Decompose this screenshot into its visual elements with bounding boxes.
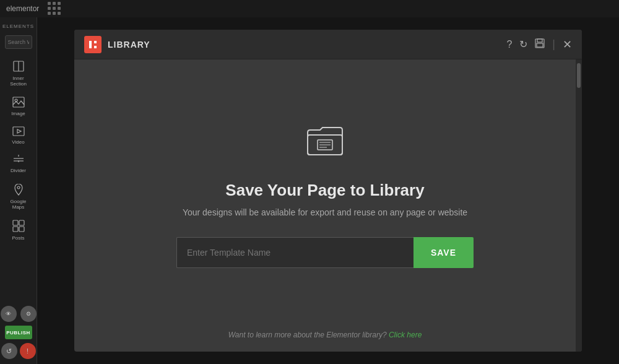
divider-label: Divider — [11, 168, 26, 173]
settings-button[interactable]: ⚙ — [20, 306, 37, 322]
library-modal: LIBRARY ? ↻ | ✕ — [74, 30, 582, 352]
modal-header: LIBRARY ? ↻ | ✕ — [74, 30, 582, 59]
inner-section-icon — [12, 60, 25, 74]
svg-rect-19 — [537, 39, 542, 42]
modal-title: LIBRARY — [108, 40, 506, 50]
image-label: Image — [11, 111, 25, 116]
modal-subheading: Your designs will be available for expor… — [183, 207, 467, 217]
svg-point-10 — [17, 186, 20, 189]
publish-button[interactable]: PUBLISH — [5, 326, 32, 339]
save-button[interactable]: SAVE — [413, 237, 474, 268]
input-row: SAVE — [176, 237, 474, 268]
save-icon[interactable] — [535, 38, 545, 51]
svg-rect-20 — [537, 43, 543, 47]
refresh-icon[interactable]: ↻ — [519, 38, 527, 50]
divider-icon — [12, 155, 25, 167]
sidebar-item-video[interactable]: Video — [2, 123, 35, 149]
elements-label: ELEMENTS — [2, 24, 34, 29]
preview-button[interactable]: 👁 — [1, 306, 17, 322]
sidebar-item-google-maps[interactable]: Google Maps — [2, 180, 35, 214]
modal-body: Save Your Page to Library Your designs w… — [74, 59, 576, 352]
sidebar: ELEMENTS Inner Section Image — [0, 17, 37, 364]
svg-rect-4 — [13, 127, 24, 136]
svg-marker-5 — [17, 129, 21, 133]
close-icon[interactable]: ✕ — [563, 38, 572, 51]
svg-rect-11 — [13, 220, 18, 225]
svg-rect-16 — [94, 41, 97, 43]
library-icon — [303, 119, 347, 166]
undo-button[interactable]: ↺ — [1, 343, 17, 359]
svg-rect-17 — [94, 46, 97, 48]
posts-label: Posts — [12, 235, 24, 241]
template-name-input[interactable] — [176, 237, 413, 268]
svg-rect-13 — [13, 227, 18, 232]
modal-scrollbar[interactable] — [576, 59, 582, 352]
sidebar-item-inner-section[interactable]: Inner Section — [2, 56, 35, 90]
google-maps-icon — [13, 183, 24, 197]
footer-link[interactable]: Click here — [389, 331, 422, 339]
google-maps-label: Google Maps — [4, 199, 33, 210]
video-icon — [12, 126, 25, 138]
sidebar-item-image[interactable]: Image — [2, 93, 35, 120]
scrollbar-thumb — [577, 63, 581, 88]
search-input[interactable] — [5, 35, 32, 49]
separator: | — [552, 38, 555, 51]
help-icon[interactable]: ? — [506, 39, 512, 50]
image-icon — [12, 97, 25, 110]
svg-rect-12 — [19, 220, 24, 225]
svg-rect-14 — [19, 227, 24, 232]
inner-section-label: Inner Section — [4, 76, 33, 87]
sidebar-item-posts[interactable]: Posts — [2, 216, 35, 245]
video-label: Video — [12, 139, 24, 145]
posts-icon — [12, 220, 25, 234]
footer-text: Want to learn more about the Elementor l… — [228, 331, 387, 339]
modal-heading: Save Your Page to Library — [225, 181, 424, 200]
content-area: LIBRARY ? ↻ | ✕ — [37, 17, 619, 364]
modal-footer: Want to learn more about the Elementor l… — [228, 331, 422, 339]
notification-button[interactable]: ! — [20, 343, 36, 359]
svg-rect-15 — [89, 41, 92, 48]
sidebar-bottom: 👁 ⚙ PUBLISH ↺ ! — [0, 306, 37, 364]
app-title: elementor — [6, 4, 39, 13]
modal-body-wrapper: Save Your Page to Library Your designs w… — [74, 59, 582, 352]
main-layout: ELEMENTS Inner Section Image — [0, 17, 619, 364]
modal-actions: ? ↻ | ✕ — [506, 38, 572, 51]
sidebar-item-divider[interactable]: Divider — [2, 151, 35, 177]
top-bar: elementor — [0, 0, 619, 17]
grid-icon[interactable] — [48, 2, 61, 15]
elementor-logo — [84, 36, 102, 53]
